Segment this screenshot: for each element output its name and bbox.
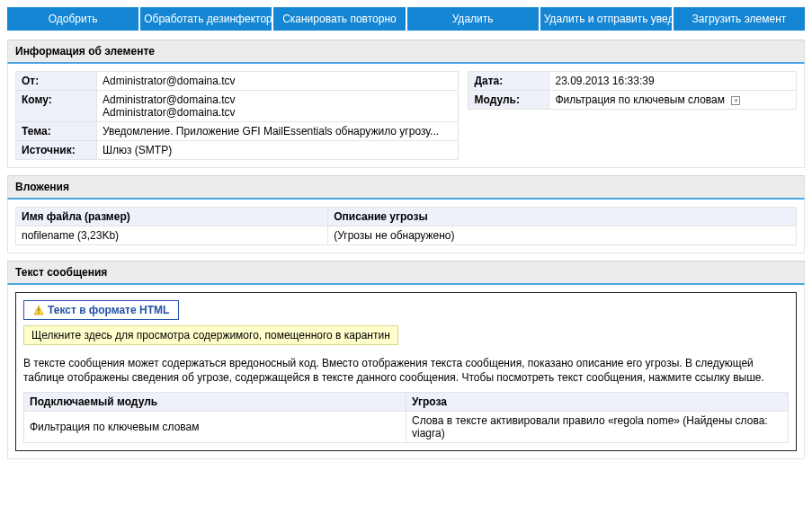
message-description: В тексте сообщения может содержаться вре… — [23, 356, 789, 385]
download-button[interactable]: Загрузить элемент — [674, 7, 805, 31]
attachments-heading: Вложения — [7, 175, 805, 200]
date-label: Дата: — [468, 72, 549, 91]
module-value: Фильтрация по ключевым словам — [555, 93, 725, 106]
to-value: Administrator@domaina.tcv Administrator@… — [97, 91, 459, 122]
expand-icon[interactable]: + — [731, 96, 740, 105]
module-label: Модуль: — [468, 91, 549, 110]
source-label: Источник: — [16, 141, 97, 160]
rescan-button[interactable]: Сканировать повторно — [273, 7, 405, 31]
threat-plugin: Фильтрация по ключевым словам — [24, 412, 406, 443]
view-quarantine-link[interactable]: Щелкните здесь для просмотра содержимого… — [23, 325, 398, 345]
message-panel: Текст в формате HTML Щелкните здесь для … — [7, 285, 805, 459]
threat-desc: Слова в тексте активировали правило «reg… — [406, 412, 789, 443]
from-label: От: — [16, 72, 97, 91]
item-info-heading: Информация об элементе — [7, 40, 805, 64]
tab-label: Текст в формате HTML — [48, 304, 169, 316]
date-value: 23.09.2013 16:33:39 — [549, 72, 797, 91]
col-threat-desc: Описание угрозы — [328, 208, 797, 226]
message-heading: Текст сообщения — [7, 261, 805, 285]
svg-rect-2 — [38, 312, 39, 313]
delete-notify-button[interactable]: Удалить и отправить уведомление — [540, 7, 672, 31]
approve-button[interactable]: Одобрить — [7, 7, 138, 31]
subject-label: Тема: — [16, 122, 97, 141]
delete-button[interactable]: Удалить — [407, 7, 539, 31]
attachment-threat: (Угрозы не обнаружено) — [328, 226, 797, 245]
col-plugin: Подключаемый модуль — [24, 393, 406, 412]
attachment-file: nofilename (3,23Kb) — [16, 226, 328, 245]
info-table-right: Дата: 23.09.2013 16:33:39 Модуль: Фильтр… — [468, 71, 797, 110]
source-value: Шлюз (SMTP) — [97, 141, 459, 160]
message-tabs: Текст в формате HTML — [23, 300, 789, 320]
attachments-panel: Имя файла (размер) Описание угрозы nofil… — [7, 200, 805, 253]
attachments-table: Имя файла (размер) Описание угрозы nofil… — [15, 207, 797, 245]
item-info-panel: От: Administrator@domaina.tcv Кому: Admi… — [7, 64, 805, 168]
table-row: Фильтрация по ключевым словам Слова в те… — [24, 412, 789, 443]
table-row: nofilename (3,23Kb) (Угрозы не обнаружен… — [16, 226, 797, 245]
info-table-left: От: Administrator@domaina.tcv Кому: Admi… — [15, 71, 459, 160]
col-threat: Угроза — [406, 393, 789, 412]
to-label: Кому: — [16, 91, 97, 122]
action-toolbar: Одобрить Обработать дезинфектором Сканир… — [7, 7, 805, 31]
module-value-cell: Фильтрация по ключевым словам + — [549, 91, 797, 110]
message-inner-panel: Текст в формате HTML Щелкните здесь для … — [15, 292, 797, 451]
col-filename: Имя файла (размер) — [16, 208, 328, 226]
subject-value: Уведомление. Приложение GFI MailEssentia… — [97, 122, 459, 141]
from-value: Administrator@domaina.tcv — [97, 72, 459, 91]
svg-rect-1 — [38, 308, 39, 312]
tab-html-text[interactable]: Текст в формате HTML — [23, 300, 179, 320]
warning-icon — [33, 305, 44, 315]
threat-table: Подключаемый модуль Угроза Фильтрация по… — [23, 392, 789, 443]
disinfect-button[interactable]: Обработать дезинфектором — [140, 7, 272, 31]
